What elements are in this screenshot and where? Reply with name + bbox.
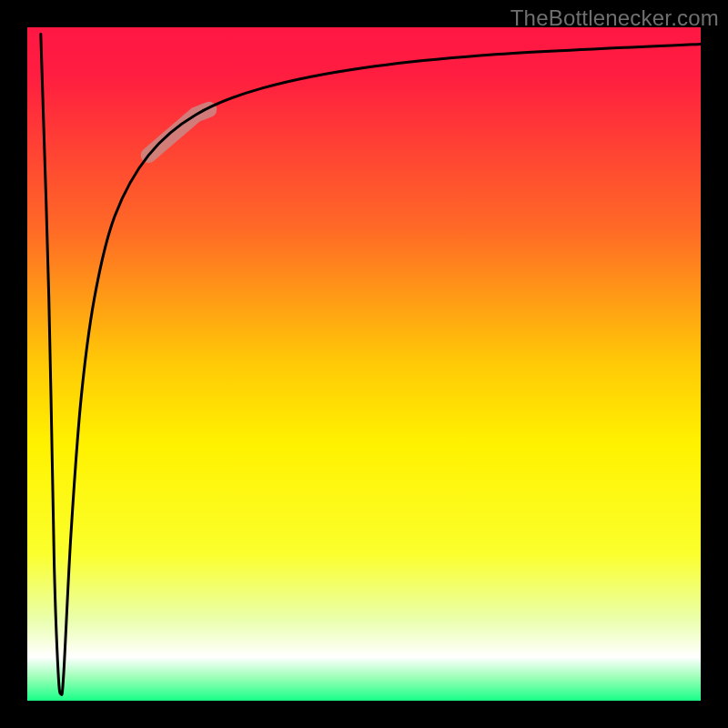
- chart-frame: TheBottlenecker.com: [0, 0, 728, 728]
- plot-area: [27, 27, 701, 701]
- gradient-background: [27, 27, 701, 701]
- chart-svg: [27, 27, 701, 701]
